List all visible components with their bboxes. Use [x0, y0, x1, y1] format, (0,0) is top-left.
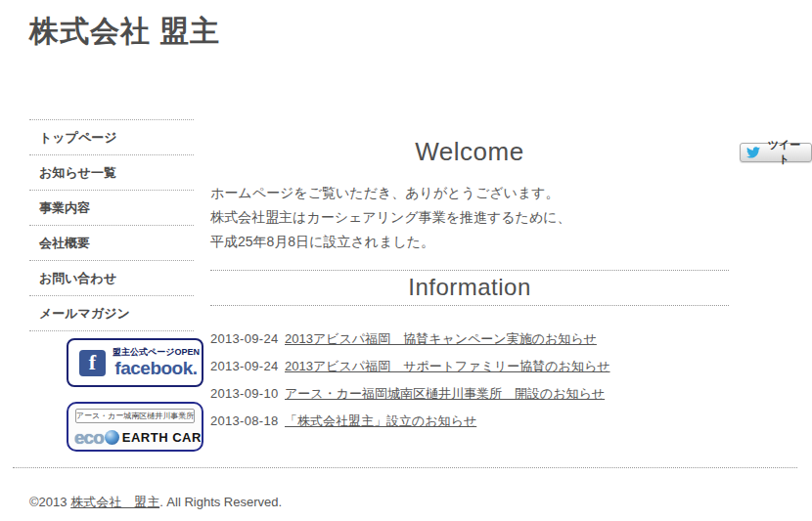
eco-logo: eco — [74, 428, 104, 447]
sidebar-nav: トップページ お知らせ一覧 事業内容 会社概要 お問い合わせ メールマガジン — [29, 119, 194, 331]
news-link[interactable]: 「株式会社盟主」設立のお知らせ — [285, 412, 476, 430]
sidebar-item-label: 事業内容 — [39, 199, 90, 217]
intro-paragraph: ホームページをご覧いただき、ありがとうございます。 株式会社盟主はカーシェアリン… — [210, 181, 729, 254]
news-date: 2013-09-24 — [210, 331, 285, 346]
news-link[interactable]: 2013アビスパ福岡 サポートファミリー協賛のお知らせ — [285, 358, 610, 375]
sidebar-item-top-page[interactable]: トップページ — [29, 119, 194, 154]
news-list: 2013-09-24 2013アビスパ福岡 協賛キャンペーン実施のお知らせ 20… — [210, 326, 729, 435]
facebook-brand: facebook. — [114, 359, 197, 379]
dotted-divider — [29, 330, 194, 331]
earthcar-banner[interactable]: アース・カー城南区樋井川事業所 eco EARTH CAR — [67, 402, 203, 452]
site-title: 株式会社 盟主 — [29, 12, 220, 52]
sidebar-item-business[interactable]: 事業内容 — [29, 190, 194, 225]
page: 株式会社 盟主 トップページ お知らせ一覧 事業内容 会社概要 お問い合わせ メ… — [0, 0, 812, 521]
sidebar-item-mail-magazine[interactable]: メールマガジン — [29, 295, 194, 330]
sidebar-item-company[interactable]: 会社概要 — [29, 225, 194, 260]
intro-line: 平成25年8月8日に設立されました。 — [210, 230, 729, 254]
news-date: 2013-09-10 — [210, 386, 285, 401]
news-date: 2013-08-18 — [210, 413, 285, 428]
sidebar-item-label: メールマガジン — [39, 305, 130, 323]
sidebar-item-label: 会社概要 — [39, 235, 90, 252]
sidebar-item-contact[interactable]: お問い合わせ — [29, 260, 194, 295]
tweet-button-label: ツイート — [763, 138, 805, 167]
news-row: 2013-09-24 2013アビスパ福岡 協賛キャンペーン実施のお知らせ — [210, 326, 729, 353]
sidebar-item-label: トップページ — [39, 129, 117, 147]
footer-divider — [13, 467, 797, 468]
copyright-prefix: ©2013 — [29, 495, 70, 509]
information-heading: Information — [210, 270, 729, 306]
intro-line: ホームページをご覧いただき、ありがとうございます。 — [210, 181, 729, 205]
footer-company-link[interactable]: 株式会社 盟主 — [70, 495, 159, 509]
earthcar-logo-row: eco EARTH CAR — [74, 428, 202, 447]
twitter-bird-icon — [746, 147, 760, 158]
earthcar-brand: EARTH CAR — [122, 430, 202, 445]
news-link[interactable]: アース・カー福岡城南区樋井川事業所 開設のお知らせ — [285, 385, 605, 403]
facebook-icon: f — [79, 350, 106, 376]
sidebar-item-label: お知らせ一覧 — [39, 164, 116, 182]
welcome-heading: Welcome — [210, 137, 729, 167]
news-date: 2013-09-24 — [210, 359, 285, 373]
sidebar-item-label: お問い合わせ — [39, 270, 116, 287]
facebook-banner-text: 盟主公式ページOPEN facebook. — [113, 346, 200, 379]
earthcar-office-label: アース・カー城南区樋井川事業所 — [75, 409, 195, 423]
copyright-suffix: . All Rights Reserved. — [159, 495, 282, 509]
globe-icon — [105, 430, 119, 445]
news-link[interactable]: 2013アビスパ福岡 協賛キャンペーン実施のお知らせ — [285, 330, 597, 348]
news-row: 2013-09-10 アース・カー福岡城南区樋井川事業所 開設のお知らせ — [210, 380, 729, 408]
tweet-button[interactable]: ツイート — [740, 143, 812, 162]
news-row: 2013-08-18 「株式会社盟主」設立のお知らせ — [210, 408, 729, 435]
facebook-banner[interactable]: f 盟主公式ページOPEN facebook. — [67, 338, 203, 387]
sidebar-item-news-list[interactable]: お知らせ一覧 — [29, 154, 194, 190]
intro-line: 株式会社盟主はカーシェアリング事業を推進するために、 — [210, 205, 729, 230]
footer: ©2013 株式会社 盟主. All Rights Reserved. — [29, 494, 282, 511]
news-row: 2013-09-24 2013アビスパ福岡 サポートファミリー協賛のお知らせ — [210, 353, 729, 380]
main-content: Welcome ホームページをご覧いただき、ありがとうございます。 株式会社盟主… — [210, 137, 729, 435]
